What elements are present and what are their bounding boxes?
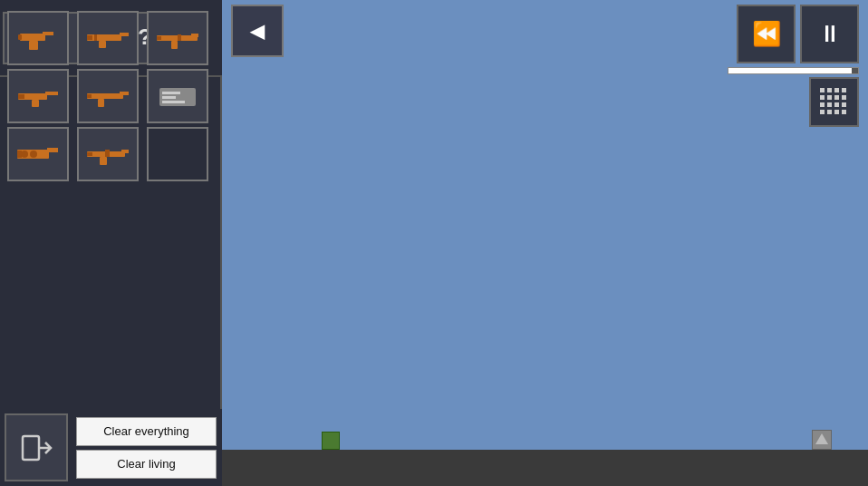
svg-rect-13 [94, 34, 97, 41]
svg-rect-26 [87, 94, 92, 98]
nav-back-button[interactable]: ◀ [231, 5, 284, 57]
weapon-cell-8[interactable] [77, 127, 139, 181]
svg-marker-59 [815, 433, 828, 444]
svg-rect-8 [18, 34, 22, 40]
svg-rect-52 [827, 102, 832, 107]
weapon-cell-7[interactable] [7, 127, 69, 181]
pistol-icon [15, 23, 61, 54]
smg-icon [85, 23, 130, 54]
svg-rect-24 [120, 92, 129, 95]
weapon-cell-3[interactable] [147, 11, 208, 65]
ground-strip [222, 450, 868, 486]
control-buttons-row: ⏪ ⏸ [737, 5, 859, 63]
svg-rect-7 [29, 41, 38, 50]
svg-rect-25 [98, 99, 104, 107]
svg-rect-37 [121, 150, 129, 153]
grid-icon [816, 84, 853, 121]
svg-rect-5 [20, 34, 45, 41]
svg-rect-45 [834, 88, 839, 92]
text-item-icon [155, 81, 200, 112]
progress-bar [728, 67, 859, 74]
rifle-icon [155, 23, 200, 54]
rewind-icon: ⏪ [752, 20, 781, 49]
weapon-cell-2[interactable] [77, 11, 139, 65]
svg-rect-30 [162, 101, 185, 103]
grid-toggle-button[interactable] [809, 77, 859, 127]
svg-rect-32 [47, 148, 58, 152]
minigun-icon [15, 139, 61, 170]
clear-living-button[interactable]: Clear living [76, 450, 217, 479]
svg-rect-41 [23, 436, 39, 460]
bottom-right-item [812, 430, 832, 450]
svg-point-35 [30, 151, 37, 158]
smg3-icon [85, 81, 130, 112]
svg-rect-44 [827, 88, 832, 92]
clear-everything-button[interactable]: Clear everything [76, 417, 217, 446]
svg-rect-11 [99, 41, 106, 48]
svg-point-34 [21, 151, 28, 158]
svg-rect-53 [834, 102, 839, 107]
rewind-button[interactable]: ⏪ [737, 5, 796, 63]
smg2-icon [15, 81, 61, 112]
svg-rect-21 [32, 100, 39, 107]
svg-rect-23 [87, 93, 123, 99]
svg-rect-22 [18, 94, 24, 99]
svg-rect-10 [120, 33, 129, 36]
bottom-left: Clear everything Clear living [0, 409, 222, 486]
svg-rect-20 [45, 92, 58, 95]
svg-rect-29 [162, 96, 176, 99]
svg-rect-49 [834, 95, 839, 100]
exit-button[interactable] [5, 413, 68, 481]
svg-rect-57 [834, 110, 839, 114]
context-menu: Clear everything Clear living [76, 417, 217, 479]
svg-rect-50 [842, 95, 846, 100]
svg-rect-58 [842, 110, 846, 114]
progress-bar-fill [728, 68, 852, 73]
svg-rect-54 [842, 102, 846, 107]
svg-rect-51 [820, 102, 825, 107]
svg-rect-16 [171, 41, 178, 49]
svg-rect-56 [827, 110, 832, 114]
svg-rect-12 [87, 35, 92, 40]
svg-rect-47 [820, 95, 825, 100]
weapon-grid [0, 4, 220, 189]
svg-rect-55 [820, 110, 825, 114]
svg-rect-43 [820, 88, 825, 92]
svg-rect-18 [178, 34, 181, 41]
pause-icon: ⏸ [818, 20, 842, 49]
svg-rect-6 [43, 32, 53, 35]
svg-rect-39 [87, 152, 92, 156]
weapon-cell-9[interactable] [147, 127, 208, 181]
svg-rect-38 [100, 157, 107, 165]
rifle2-icon [85, 139, 130, 170]
svg-rect-46 [842, 88, 846, 92]
svg-rect-28 [162, 92, 180, 94]
item-icon [814, 432, 830, 448]
weapon-cell-1[interactable] [7, 11, 69, 65]
exit-icon [20, 432, 53, 464]
pause-button[interactable]: ⏸ [800, 5, 859, 63]
svg-rect-15 [191, 34, 198, 37]
green-block-object [322, 432, 340, 450]
svg-rect-48 [827, 95, 832, 100]
weapon-cell-6[interactable] [147, 69, 208, 123]
weapon-cell-5[interactable] [77, 69, 139, 123]
svg-rect-40 [105, 150, 110, 157]
top-right-wrapper: ⏪ ⏸ [728, 5, 859, 74]
svg-rect-17 [157, 36, 161, 40]
weapon-cell-4[interactable] [7, 69, 69, 123]
back-arrow-icon: ◀ [250, 15, 265, 46]
